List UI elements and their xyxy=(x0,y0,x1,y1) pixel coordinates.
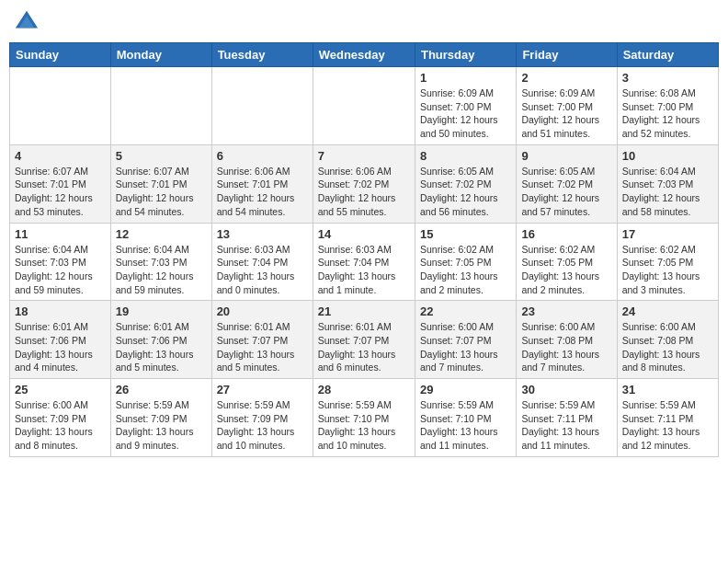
day-number: 1 xyxy=(420,71,511,85)
day-number: 6 xyxy=(217,149,308,163)
weekday-header-tuesday: Tuesday xyxy=(211,43,313,67)
calendar-cell xyxy=(110,67,211,145)
logo-icon xyxy=(14,9,40,35)
day-info: Sunrise: 6:06 AM Sunset: 7:02 PM Dayligh… xyxy=(318,165,410,219)
day-number: 19 xyxy=(116,304,207,318)
calendar-cell: 23Sunrise: 6:00 AM Sunset: 7:08 PM Dayli… xyxy=(517,301,617,379)
calendar-cell: 6Sunrise: 6:06 AM Sunset: 7:01 PM Daylig… xyxy=(211,144,313,223)
calendar-week-row: 1Sunrise: 6:09 AM Sunset: 7:00 PM Daylig… xyxy=(10,67,719,145)
day-info: Sunrise: 6:05 AM Sunset: 7:02 PM Dayligh… xyxy=(420,165,511,219)
calendar-week-row: 18Sunrise: 6:01 AM Sunset: 7:06 PM Dayli… xyxy=(10,301,719,379)
calendar-cell: 19Sunrise: 6:01 AM Sunset: 7:06 PM Dayli… xyxy=(110,301,211,379)
day-number: 12 xyxy=(116,227,207,241)
calendar-cell: 13Sunrise: 6:03 AM Sunset: 7:04 PM Dayli… xyxy=(211,223,313,301)
day-number: 14 xyxy=(318,227,410,241)
day-info: Sunrise: 6:02 AM Sunset: 7:05 PM Dayligh… xyxy=(622,243,713,297)
day-info: Sunrise: 6:01 AM Sunset: 7:06 PM Dayligh… xyxy=(15,320,106,374)
calendar-cell: 2Sunrise: 6:09 AM Sunset: 7:00 PM Daylig… xyxy=(517,67,617,145)
day-info: Sunrise: 6:09 AM Sunset: 7:00 PM Dayligh… xyxy=(420,86,511,141)
calendar-cell: 20Sunrise: 6:01 AM Sunset: 7:07 PM Dayli… xyxy=(211,301,313,379)
calendar-cell: 29Sunrise: 5:59 AM Sunset: 7:10 PM Dayli… xyxy=(415,379,516,457)
calendar-cell: 4Sunrise: 6:07 AM Sunset: 7:01 PM Daylig… xyxy=(10,144,111,223)
calendar-cell: 30Sunrise: 5:59 AM Sunset: 7:11 PM Dayli… xyxy=(517,379,617,457)
weekday-header-wednesday: Wednesday xyxy=(313,43,415,67)
calendar-week-row: 25Sunrise: 6:00 AM Sunset: 7:09 PM Dayli… xyxy=(10,379,719,457)
day-number: 23 xyxy=(521,304,611,318)
day-info: Sunrise: 6:03 AM Sunset: 7:04 PM Dayligh… xyxy=(318,243,410,297)
day-info: Sunrise: 6:00 AM Sunset: 7:08 PM Dayligh… xyxy=(622,320,713,374)
day-number: 13 xyxy=(217,227,308,241)
calendar-cell: 28Sunrise: 5:59 AM Sunset: 7:10 PM Dayli… xyxy=(313,379,415,457)
calendar-cell: 8Sunrise: 6:05 AM Sunset: 7:02 PM Daylig… xyxy=(415,144,516,223)
calendar-cell: 31Sunrise: 5:59 AM Sunset: 7:11 PM Dayli… xyxy=(617,379,718,457)
day-number: 28 xyxy=(318,383,410,396)
day-number: 8 xyxy=(420,149,511,163)
day-info: Sunrise: 6:04 AM Sunset: 7:03 PM Dayligh… xyxy=(116,243,207,297)
day-number: 26 xyxy=(116,383,207,396)
day-number: 5 xyxy=(116,149,207,163)
day-number: 31 xyxy=(622,383,713,396)
day-number: 10 xyxy=(622,149,713,163)
day-number: 16 xyxy=(521,227,611,241)
weekday-header-friday: Friday xyxy=(517,43,617,67)
day-info: Sunrise: 6:01 AM Sunset: 7:07 PM Dayligh… xyxy=(217,320,308,374)
weekday-header-sunday: Sunday xyxy=(10,43,111,67)
day-number: 17 xyxy=(622,227,713,241)
calendar-cell: 5Sunrise: 6:07 AM Sunset: 7:01 PM Daylig… xyxy=(110,144,211,223)
calendar-cell: 12Sunrise: 6:04 AM Sunset: 7:03 PM Dayli… xyxy=(110,223,211,301)
calendar-table: SundayMondayTuesdayWednesdayThursdayFrid… xyxy=(9,42,719,457)
weekday-header-monday: Monday xyxy=(110,43,211,67)
day-number: 18 xyxy=(15,304,106,318)
calendar-cell: 24Sunrise: 6:00 AM Sunset: 7:08 PM Dayli… xyxy=(617,301,718,379)
day-number: 15 xyxy=(420,227,511,241)
day-info: Sunrise: 6:00 AM Sunset: 7:08 PM Dayligh… xyxy=(521,320,611,374)
day-number: 9 xyxy=(521,149,611,163)
calendar-cell: 14Sunrise: 6:03 AM Sunset: 7:04 PM Dayli… xyxy=(313,223,415,301)
calendar-cell xyxy=(211,67,313,145)
day-info: Sunrise: 6:02 AM Sunset: 7:05 PM Dayligh… xyxy=(420,243,511,297)
calendar-cell: 10Sunrise: 6:04 AM Sunset: 7:03 PM Dayli… xyxy=(617,144,718,223)
day-number: 27 xyxy=(217,383,308,396)
day-info: Sunrise: 6:03 AM Sunset: 7:04 PM Dayligh… xyxy=(217,243,308,297)
weekday-header-thursday: Thursday xyxy=(415,43,516,67)
day-number: 20 xyxy=(217,304,308,318)
day-info: Sunrise: 6:07 AM Sunset: 7:01 PM Dayligh… xyxy=(15,165,106,219)
day-info: Sunrise: 6:01 AM Sunset: 7:06 PM Dayligh… xyxy=(116,320,207,374)
day-info: Sunrise: 6:00 AM Sunset: 7:07 PM Dayligh… xyxy=(420,320,511,374)
day-number: 7 xyxy=(318,149,410,163)
calendar-cell: 22Sunrise: 6:00 AM Sunset: 7:07 PM Dayli… xyxy=(415,301,516,379)
calendar-cell: 16Sunrise: 6:02 AM Sunset: 7:05 PM Dayli… xyxy=(517,223,617,301)
weekday-header-saturday: Saturday xyxy=(617,43,718,67)
day-number: 29 xyxy=(420,383,511,396)
day-number: 11 xyxy=(15,227,106,241)
calendar-week-row: 4Sunrise: 6:07 AM Sunset: 7:01 PM Daylig… xyxy=(10,144,719,223)
day-info: Sunrise: 6:04 AM Sunset: 7:03 PM Dayligh… xyxy=(622,165,713,219)
day-info: Sunrise: 6:01 AM Sunset: 7:07 PM Dayligh… xyxy=(318,320,410,374)
day-info: Sunrise: 6:04 AM Sunset: 7:03 PM Dayligh… xyxy=(15,243,106,297)
day-number: 25 xyxy=(15,383,106,396)
day-number: 22 xyxy=(420,304,511,318)
calendar-cell: 3Sunrise: 6:08 AM Sunset: 7:00 PM Daylig… xyxy=(617,67,718,145)
calendar-cell: 1Sunrise: 6:09 AM Sunset: 7:00 PM Daylig… xyxy=(415,67,516,145)
calendar-week-row: 11Sunrise: 6:04 AM Sunset: 7:03 PM Dayli… xyxy=(10,223,719,301)
day-number: 30 xyxy=(521,383,611,396)
day-info: Sunrise: 6:06 AM Sunset: 7:01 PM Dayligh… xyxy=(217,165,308,219)
day-info: Sunrise: 6:02 AM Sunset: 7:05 PM Dayligh… xyxy=(521,243,611,297)
day-number: 4 xyxy=(15,149,106,163)
calendar-cell: 9Sunrise: 6:05 AM Sunset: 7:02 PM Daylig… xyxy=(517,144,617,223)
day-info: Sunrise: 5:59 AM Sunset: 7:11 PM Dayligh… xyxy=(521,398,611,453)
day-info: Sunrise: 5:59 AM Sunset: 7:09 PM Dayligh… xyxy=(116,398,207,453)
calendar-cell: 27Sunrise: 5:59 AM Sunset: 7:09 PM Dayli… xyxy=(211,379,313,457)
calendar-cell: 15Sunrise: 6:02 AM Sunset: 7:05 PM Dayli… xyxy=(415,223,516,301)
calendar-cell: 21Sunrise: 6:01 AM Sunset: 7:07 PM Dayli… xyxy=(313,301,415,379)
day-info: Sunrise: 5:59 AM Sunset: 7:10 PM Dayligh… xyxy=(420,398,511,453)
day-info: Sunrise: 6:07 AM Sunset: 7:01 PM Dayligh… xyxy=(116,165,207,219)
page-header xyxy=(9,9,719,35)
day-number: 3 xyxy=(622,71,713,85)
day-number: 21 xyxy=(318,304,410,318)
calendar-cell: 17Sunrise: 6:02 AM Sunset: 7:05 PM Dayli… xyxy=(617,223,718,301)
day-info: Sunrise: 6:09 AM Sunset: 7:00 PM Dayligh… xyxy=(521,86,611,141)
day-info: Sunrise: 6:00 AM Sunset: 7:09 PM Dayligh… xyxy=(15,398,106,453)
calendar-cell: 11Sunrise: 6:04 AM Sunset: 7:03 PM Dayli… xyxy=(10,223,111,301)
weekday-header-row: SundayMondayTuesdayWednesdayThursdayFrid… xyxy=(10,43,719,67)
